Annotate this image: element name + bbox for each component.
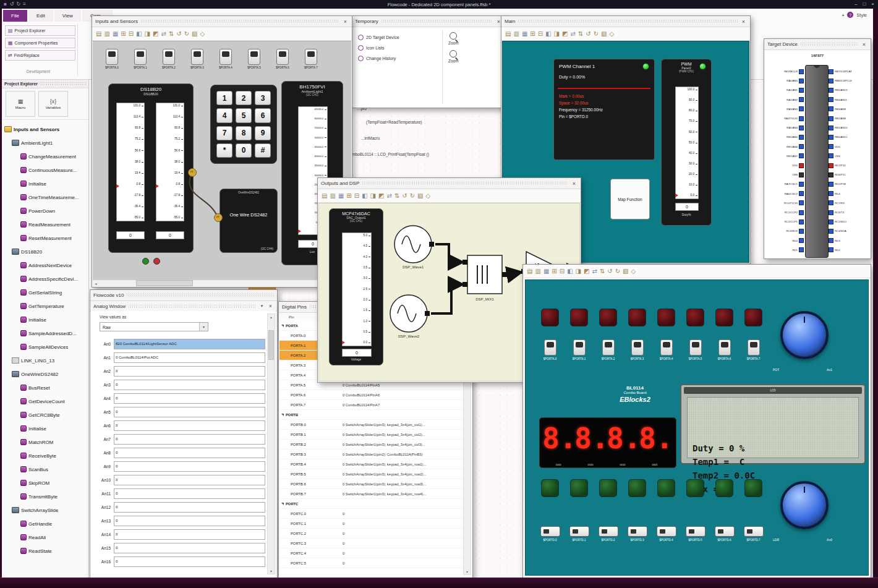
scale-marker[interactable] xyxy=(156,184,159,188)
toolbar-icon[interactable]: ⇅ xyxy=(394,193,399,199)
digital-row[interactable]: PORTC.3 0 xyxy=(279,539,464,548)
chip-pin[interactable]: RA0/AN0 xyxy=(767,78,804,83)
toolbar-icon[interactable]: ↺ xyxy=(176,31,181,37)
tree-item[interactable]: AddressNextDevice xyxy=(2,258,88,272)
chip-pin[interactable]: RE1/AN6 xyxy=(767,144,804,150)
toolbar-icon[interactable]: ⊟ xyxy=(354,193,359,199)
pin-pad[interactable] xyxy=(829,200,833,205)
chip-pin[interactable]: RC6/TX xyxy=(829,210,867,215)
zoom-button[interactable]: Zoom xyxy=(448,50,459,63)
digital-row[interactable]: PORTC xyxy=(279,499,464,509)
pin-pad[interactable] xyxy=(829,191,833,196)
keypad-key[interactable]: 8 xyxy=(236,126,252,140)
analog-value-field[interactable]: 0 xyxy=(114,529,265,540)
expand-icon[interactable] xyxy=(279,503,286,505)
digital-row[interactable]: PORTA.7 0 ComboBL0114/PinA7 xyxy=(279,400,464,410)
ribbon-tab[interactable]: File xyxy=(3,10,27,22)
chip-pin[interactable]: VDD xyxy=(829,144,867,150)
toolbar-icon[interactable]: ⊞ xyxy=(346,193,351,199)
toolbar-icon[interactable]: ◧ xyxy=(136,31,142,37)
chip-pin[interactable]: RE3/MCLR xyxy=(767,69,804,74)
toolbar-icon[interactable]: ⊟ xyxy=(129,31,134,37)
toolbar-icon[interactable]: ⇅ xyxy=(578,31,583,37)
toolbar-icon[interactable]: ⊞ xyxy=(552,268,556,275)
quick-access-icon[interactable]: ↻ xyxy=(17,2,21,7)
toolbar-icon[interactable]: ▥ xyxy=(513,31,519,37)
minimize-button[interactable]: – xyxy=(855,2,857,7)
close-icon[interactable]: × xyxy=(740,19,747,25)
scale-marker[interactable] xyxy=(675,194,678,197)
pin-pad[interactable] xyxy=(799,247,804,252)
keypad-key[interactable]: 7 xyxy=(216,126,232,140)
chip-pin[interactable]: VSS xyxy=(767,172,804,177)
pin-pad[interactable] xyxy=(799,153,804,158)
pin-pad[interactable] xyxy=(829,116,833,121)
toggle-switch[interactable] xyxy=(660,339,673,356)
toolbar-icon[interactable]: ◇ xyxy=(426,193,431,199)
toolbar-icon[interactable]: ◩ xyxy=(378,193,384,199)
tree-item[interactable]: GetDeviceCount xyxy=(2,394,88,408)
tree-item[interactable]: PowerDown xyxy=(2,204,88,218)
tree-item[interactable]: Inputs and Sensors xyxy=(2,122,88,136)
radio-icon[interactable] xyxy=(358,45,364,51)
toolbar-icon[interactable]: ▦ xyxy=(522,31,527,37)
chip-pin[interactable]: RC2/CCP1 xyxy=(767,219,804,224)
pin-pad[interactable] xyxy=(829,106,833,111)
toolbar-icon[interactable]: ◇ xyxy=(200,31,205,37)
map-function-block[interactable]: Map Function xyxy=(610,179,650,219)
tree-item[interactable]: SwitchArraySlide xyxy=(2,503,88,517)
tree-item[interactable]: ReadMeasurement xyxy=(2,218,88,231)
digital-row[interactable]: PORTA.6 0 ComboBL0114/PinA6 xyxy=(279,390,464,400)
window-titlebar[interactable]: ■ ↺↻≡ Flowcode - Dedicated 2D component … xyxy=(0,0,878,9)
pin-pad[interactable] xyxy=(799,219,804,224)
chip-pin[interactable]: RC1/CCP2 xyxy=(767,210,804,215)
toggle-switch[interactable] xyxy=(544,339,556,356)
toolbar-icon[interactable]: ◨ xyxy=(554,31,560,37)
tree-item[interactable]: GetSerialString xyxy=(2,286,88,299)
vertical-scrollbar[interactable]: ▴ ▾ xyxy=(267,313,275,574)
toolbar-icon[interactable]: ◩ xyxy=(584,268,589,275)
tree-item[interactable]: OneTimeMeasureme... xyxy=(2,190,88,204)
chip-pin[interactable]: RC7/RX xyxy=(829,200,867,206)
chip-pin[interactable]: RB2/AN8 xyxy=(829,116,867,121)
analog-value-field[interactable]: 0 xyxy=(114,556,265,567)
chip-pin[interactable]: RD2 xyxy=(829,247,867,253)
pin-pad[interactable] xyxy=(829,97,833,102)
chip-pin[interactable]: RB0/AN12 xyxy=(829,134,867,140)
pin-pad[interactable] xyxy=(799,238,804,243)
tree-item[interactable]: MatchROM xyxy=(2,435,88,449)
view-option[interactable]: Icon Lists xyxy=(358,43,399,53)
keypad-key[interactable]: 0 xyxy=(236,143,252,158)
digital-row[interactable]: PORTB.7 0 SwitchArraySlider1(pin3); keyp… xyxy=(279,489,464,499)
chip-pin[interactable]: RA5/AN4 xyxy=(767,125,804,130)
close-icon[interactable]: × xyxy=(571,181,578,187)
toggle-switch[interactable] xyxy=(748,339,760,356)
pin-pad[interactable] xyxy=(799,97,804,102)
pin-pad[interactable] xyxy=(829,229,833,234)
toolbar-icon[interactable]: ▤ xyxy=(96,31,101,37)
keypad-key[interactable]: 5 xyxy=(236,108,252,122)
scroll-down-icon[interactable]: ▾ xyxy=(268,569,275,573)
style-label[interactable]: Style xyxy=(856,12,867,18)
toolbar-icon[interactable]: ◧ xyxy=(545,31,551,37)
tree-item[interactable]: GetCRC8Byte xyxy=(2,408,88,422)
toolbar-icon[interactable]: ◇ xyxy=(631,268,636,275)
analog-value-field[interactable]: 0 xyxy=(114,434,265,445)
chip-pin[interactable]: RB3/AN9 xyxy=(829,106,867,112)
chip-pin[interactable]: RB5/AN13 xyxy=(829,87,867,93)
expand-icon[interactable] xyxy=(279,414,286,416)
close-icon[interactable]: × xyxy=(861,41,867,48)
toolbar-icon[interactable]: ▥ xyxy=(535,268,540,275)
pin-pad[interactable] xyxy=(829,144,833,149)
chip-pin[interactable]: VSS xyxy=(829,153,867,159)
toolbar-icon[interactable]: ▤ xyxy=(322,193,327,199)
digital-row[interactable]: PORTC.5 0 xyxy=(279,558,464,568)
tree-item[interactable]: Initialise xyxy=(2,177,88,190)
tree-item[interactable]: LINK_LING_13 xyxy=(2,354,88,367)
digital-row[interactable]: PORTC.0 0 xyxy=(279,509,464,519)
scale-marker[interactable] xyxy=(342,341,345,344)
toolbar-icon[interactable]: ▦ xyxy=(543,268,549,275)
pin-pad[interactable] xyxy=(799,126,804,130)
chip-pin[interactable]: RD3 xyxy=(829,238,867,244)
toolbar-icon[interactable]: ◨ xyxy=(576,268,581,275)
